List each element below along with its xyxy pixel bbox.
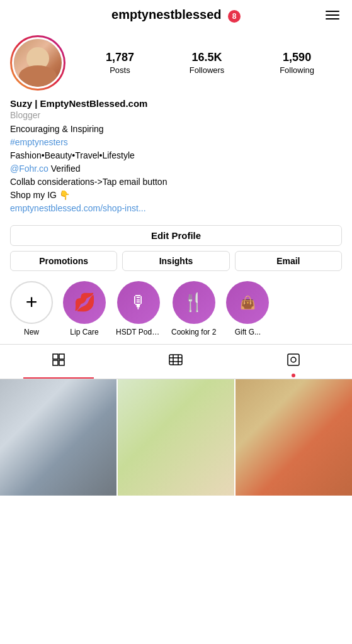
highlight-label-hsdt: HSDT Podc... [116,328,161,336]
posts-stat[interactable]: 1,787 Posts [106,51,134,75]
nav-grid[interactable] [0,345,117,379]
email-button[interactable]: Email [235,251,342,271]
highlight-cooking[interactable]: 🍴 Cooking for 2 [171,281,216,336]
action-buttons: Edit Profile Promotions Insights Email [0,223,352,276]
grid-cell-3[interactable] [236,379,352,496]
bio-section: Suzy | EmptyNestBlessed.com Blogger Enco… [0,98,352,223]
grid-image-2 [118,379,234,496]
reels-icon [168,352,183,371]
highlight-circle-new: + [10,281,53,324]
following-count: 1,590 [283,51,311,64]
bio-category: Blogger [10,110,342,120]
hamburger-line-3 [326,18,339,19]
highlights-section: + New 💋 Lip Care 🎙 HSDT Podc... 🍴 Cookin… [0,276,352,339]
promotions-button[interactable]: Promotions [10,251,117,271]
bio-line3: Collab considerations->Tap email button [10,177,167,187]
secondary-buttons: Promotions Insights Email [10,251,342,271]
svg-point-6 [291,357,296,362]
nav-reels[interactable] [117,345,234,379]
avatar-image [14,39,62,87]
posts-label: Posts [110,65,130,75]
highlight-circle-gift: 👜 [226,281,269,324]
svg-rect-2 [53,360,58,365]
bio-line1: Encouraging & Inspiring [10,124,104,134]
grid-image-1 [0,379,116,496]
followers-count: 16.5K [192,51,222,64]
bio-text: Encouraging & Inspiring #emptynesters Fa… [10,123,342,215]
header-username-area: emptynestblessed 8 [111,8,241,23]
bio-fohr-suffix: Verified [48,164,81,174]
bio-fohr[interactable]: @Fohr.co [10,164,48,174]
highlight-label-lip-care: Lip Care [70,328,98,336]
hamburger-line-2 [326,14,339,16]
grid-cell-2[interactable] [118,379,234,496]
svg-rect-4 [169,355,182,365]
username-text: emptynestblessed [111,8,222,21]
avatar [12,37,64,89]
svg-rect-5 [288,354,299,365]
hamburger-line-1 [326,11,339,12]
highlight-hsdt[interactable]: 🎙 HSDT Podc... [116,281,161,336]
notification-badge[interactable]: 8 [228,10,241,23]
highlight-lip-care[interactable]: 💋 Lip Care [63,281,106,336]
highlight-label-new: New [24,328,39,336]
menu-button[interactable] [323,8,342,22]
nav-notification-dot [292,374,295,377]
nav-tagged[interactable] [235,345,352,379]
stats-row: 1,787 Posts 16.5K Followers 1,590 Follow… [78,51,342,75]
followers-stat[interactable]: 16.5K Followers [190,51,225,75]
following-label: Following [280,65,314,75]
bio-name: Suzy | EmptyNestBlessed.com [10,98,342,109]
grid-cell-1[interactable] [0,379,116,496]
highlight-gift[interactable]: 👜 Gift G... [226,281,269,336]
bio-hashtag[interactable]: #emptynesters [10,137,68,147]
highlight-circle-lip-care: 💋 [63,281,106,324]
followers-label: Followers [190,65,225,75]
bio-link[interactable]: emptynestblessed.com/shop-inst... [10,203,146,213]
avatar-wrapper[interactable] [10,35,65,91]
svg-rect-1 [59,354,64,359]
tagged-icon [286,352,301,371]
following-stat[interactable]: 1,590 Following [280,51,314,75]
posts-count: 1,787 [106,51,134,64]
highlight-label-cooking: Cooking for 2 [171,328,216,336]
highlight-new[interactable]: + New [10,281,53,336]
highlight-circle-cooking: 🍴 [173,281,215,324]
svg-rect-3 [59,360,64,365]
grid-icon [51,352,66,371]
highlight-circle-hsdt: 🎙 [117,281,160,324]
profile-section: 1,787 Posts 16.5K Followers 1,590 Follow… [0,30,352,98]
highlight-label-gift: Gift G... [235,328,261,336]
bio-line2: Fashion•Beauty•Travel•Lifestyle [10,150,135,160]
insights-button[interactable]: Insights [122,251,229,271]
edit-profile-button[interactable]: Edit Profile [10,225,342,246]
grid-image-3 [236,379,352,496]
grid-preview [0,379,352,496]
bottom-nav [0,344,352,379]
header: emptynestblessed 8 [0,0,352,30]
bio-line4: Shop my IG 👇 [10,190,70,200]
svg-rect-0 [53,354,58,359]
